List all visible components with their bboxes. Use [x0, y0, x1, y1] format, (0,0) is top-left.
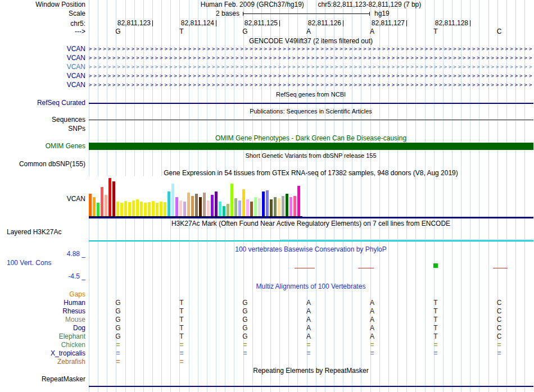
- multiz-species-label[interactable]: Chicken: [0, 341, 85, 349]
- gtex-expression-bar[interactable]: [124, 201, 127, 216]
- ruler-coordinate: 82,811,123: [98, 20, 151, 27]
- snps-label[interactable]: SNPs: [0, 125, 85, 133]
- multiz-base: A: [304, 299, 313, 307]
- gtex-expression-bar[interactable]: [183, 202, 186, 216]
- gtex-expression-bar[interactable]: [211, 195, 214, 216]
- gtex-expression-bar[interactable]: [148, 202, 151, 216]
- omim-gene-bar[interactable]: [89, 143, 533, 150]
- gtex-expression-bar[interactable]: [274, 197, 277, 216]
- gtex-expression-bar[interactable]: [179, 200, 182, 216]
- dbsnp-label[interactable]: Common dbSNP(155): [0, 160, 85, 168]
- multiz-species-label[interactable]: Human: [0, 299, 85, 307]
- gtex-expression-bar[interactable]: [156, 203, 159, 216]
- gtex-expression-bar[interactable]: [101, 187, 103, 216]
- gencode-transcript-arrows[interactable]: >>>>>>>>>>>>>>>>>>>>>>>>>>>>>>>>>>>>>>>>…: [89, 81, 533, 89]
- gencode-gene-label[interactable]: VCAN: [0, 54, 85, 62]
- gtex-expression-bar[interactable]: [215, 192, 218, 216]
- h3k27ac-signal-line[interactable]: [89, 240, 533, 241]
- multiz-base: A: [304, 316, 313, 323]
- multiz-species-label[interactable]: Zebrafish: [0, 358, 85, 366]
- gtex-expression-bar[interactable]: [128, 202, 131, 216]
- gtex-expression-bar[interactable]: [116, 202, 119, 216]
- gtex-expression-bar[interactable]: [132, 200, 135, 216]
- refseq-gene-bar[interactable]: [89, 103, 533, 104]
- gtex-expression-bar[interactable]: [227, 204, 229, 216]
- multiz-species-label[interactable]: Mouse: [0, 316, 85, 323]
- multiz-species-label[interactable]: Gaps: [0, 290, 85, 298]
- gtex-expression-bar[interactable]: [230, 184, 233, 216]
- gtex-expression-bar[interactable]: [278, 198, 280, 216]
- gtex-expression-bar[interactable]: [250, 202, 253, 216]
- gtex-expression-bar[interactable]: [168, 192, 170, 216]
- multiz-base: =: [241, 349, 250, 357]
- gtex-expression-bar[interactable]: [160, 202, 162, 216]
- gtex-expression-bar[interactable]: [238, 200, 241, 216]
- phylop-signal-mark[interactable]: [358, 268, 374, 268]
- gtex-gene-label[interactable]: VCAN: [0, 195, 85, 203]
- multiz-base: =: [114, 341, 123, 349]
- gtex-expression-bar[interactable]: [262, 192, 265, 216]
- gtex-expression-bar[interactable]: [286, 194, 288, 216]
- gtex-expression-bar[interactable]: [93, 197, 96, 216]
- gtex-expression-bar[interactable]: [191, 196, 194, 216]
- gencode-transcript-arrows[interactable]: >>>>>>>>>>>>>>>>>>>>>>>>>>>>>>>>>>>>>>>>…: [89, 54, 533, 62]
- multiz-species-label[interactable]: Rhesus: [0, 307, 85, 315]
- gtex-expression-bar[interactable]: [258, 198, 261, 216]
- gtex-expression-bar[interactable]: [289, 197, 292, 216]
- gtex-expression-bar[interactable]: [105, 195, 107, 216]
- gtex-expression-bar[interactable]: [175, 197, 178, 216]
- gtex-expression-bar[interactable]: [297, 186, 300, 216]
- phylop-signal-mark[interactable]: [433, 263, 438, 268]
- multiz-base: T: [177, 299, 186, 307]
- gencode-gene-label[interactable]: VCAN: [0, 63, 85, 71]
- gencode-gene-label[interactable]: VCAN: [0, 45, 85, 53]
- h3k27ac-label[interactable]: Layered H3K27Ac: [7, 228, 61, 236]
- gtex-expression-bar[interactable]: [234, 198, 237, 216]
- gtex-expression-bar[interactable]: [136, 199, 139, 216]
- gtex-expression-bar[interactable]: [108, 178, 111, 216]
- gtex-expression-bar[interactable]: [164, 202, 166, 216]
- multiz-species-label[interactable]: Dog: [0, 324, 85, 332]
- gtex-expression-bar[interactable]: [140, 202, 143, 216]
- reference-base: G: [112, 28, 124, 35]
- gtex-expression-bar[interactable]: [187, 193, 190, 216]
- gtex-expression-bar[interactable]: [152, 201, 155, 216]
- phylop-signal-mark[interactable]: [295, 268, 315, 268]
- repeatmasker-label[interactable]: RepeatMasker: [0, 375, 85, 383]
- gtex-expression-bar[interactable]: [144, 203, 147, 216]
- gtex-expression-bar[interactable]: [89, 194, 92, 216]
- gtex-barchart[interactable]: [89, 177, 302, 216]
- gtex-expression-bar[interactable]: [266, 190, 269, 216]
- omim-genes-label[interactable]: OMIM Genes: [0, 142, 85, 150]
- gtex-expression-bar[interactable]: [120, 203, 123, 216]
- gtex-expression-bar[interactable]: [246, 199, 249, 216]
- gencode-gene-label[interactable]: VCAN: [0, 72, 85, 80]
- gencode-transcript-arrows[interactable]: >>>>>>>>>>>>>>>>>>>>>>>>>>>>>>>>>>>>>>>>…: [89, 72, 533, 80]
- gtex-expression-bar[interactable]: [203, 193, 206, 216]
- phylop-signal-mark[interactable]: [493, 268, 508, 268]
- refseq-curated-label[interactable]: RefSeq Curated: [0, 99, 85, 107]
- gtex-expression-bar[interactable]: [223, 206, 225, 216]
- multiz-species-label[interactable]: X_tropicalis: [0, 349, 85, 357]
- gtex-expression-bar[interactable]: [282, 196, 284, 216]
- gencode-gene-label[interactable]: VCAN: [0, 81, 85, 89]
- gtex-expression-bar[interactable]: [219, 202, 221, 216]
- gtex-expression-bar[interactable]: [199, 197, 202, 216]
- gtex-expression-bar[interactable]: [97, 203, 99, 216]
- gtex-expression-bar[interactable]: [270, 199, 273, 216]
- gencode-transcript-arrows[interactable]: >>>>>>>>>>>>>>>>>>>>>>>>>>>>>>>>>>>>>>>>…: [89, 45, 533, 53]
- gtex-expression-bar[interactable]: [254, 197, 257, 216]
- gtex-expression-bar[interactable]: [195, 194, 198, 216]
- multiz-species-label[interactable]: Elephant: [0, 332, 85, 340]
- gtex-expression-bar[interactable]: [207, 200, 210, 216]
- gtex-expression-bar[interactable]: [242, 189, 245, 216]
- gtex-expression-bar[interactable]: [112, 181, 115, 216]
- strand-direction-label: --->: [0, 28, 85, 35]
- gtex-expression-bar[interactable]: [293, 196, 296, 216]
- phylop-label[interactable]: 100 Vert. Cons: [7, 259, 51, 267]
- gtex-expression-bar[interactable]: [171, 184, 174, 216]
- multiz-base: C: [495, 332, 504, 340]
- sequences-label[interactable]: Sequences: [0, 116, 85, 124]
- gencode-transcript-arrows[interactable]: >>>>>>>>>>>>>>>>>>>>>>>>>>>>>>>>>>>>>>>>…: [89, 63, 533, 71]
- publications-item-bar[interactable]: [89, 120, 533, 120]
